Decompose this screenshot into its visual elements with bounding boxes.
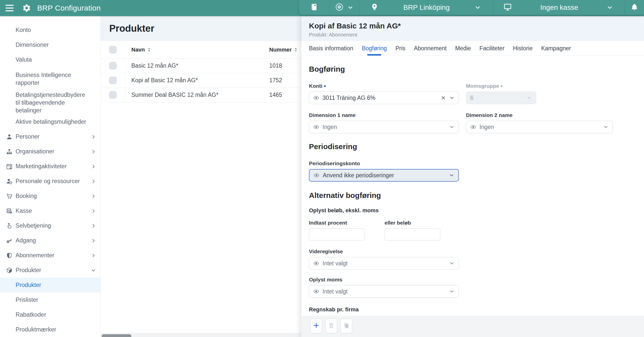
- facility-selector[interactable]: BRP Linköping: [359, 0, 493, 15]
- tab-pris[interactable]: Pris: [395, 41, 405, 56]
- plus-icon: [313, 322, 320, 330]
- field-label-videregivelse: Videregivelse: [309, 248, 459, 255]
- sidebar-item-valuta[interactable]: Valuta: [0, 52, 100, 67]
- dimension-1-select[interactable]: Ingen: [309, 121, 459, 133]
- menu-icon[interactable]: [6, 3, 15, 13]
- sidebar-item-personale-og-ressourcer[interactable]: Personale og ressourcer: [0, 174, 100, 189]
- sidebar-item-dimensioner[interactable]: Dimensioner: [0, 37, 100, 52]
- sidebar-item-organisationer[interactable]: Organisationer: [0, 144, 100, 159]
- sidebar-subitem-produkter[interactable]: Produkter: [0, 278, 100, 292]
- delete-button[interactable]: [326, 319, 337, 333]
- row-checkbox[interactable]: [109, 91, 117, 99]
- eye-icon: [313, 260, 319, 266]
- chevron-down-icon: [449, 289, 455, 294]
- topbar-left: BRP Configuration: [0, 0, 101, 16]
- drawer-subtitle: Produkt: Abonnement: [309, 32, 636, 38]
- chevron-right-icon: [91, 208, 96, 214]
- copy-icon-button[interactable]: [341, 319, 352, 333]
- field-label-eller-belob: eller beløb: [385, 220, 440, 226]
- touch-icon: [6, 223, 16, 229]
- section-heading-alternativ-bogforing: Alternativ bogføring: [309, 191, 636, 200]
- subsection-regnskab-pr-firma: Regnskab pr. firma: [309, 306, 636, 313]
- drawer-body: Bogføring Konti• 3011 Träning AG 6% Moms…: [301, 56, 644, 313]
- bell-icon: [631, 3, 638, 12]
- chevron-down-icon: [449, 261, 455, 266]
- cube-icon: [6, 267, 16, 274]
- sidebar-item-betalingstjenesteudbydere[interactable]: Betalingstjenesteudbydere til tilbageven…: [0, 91, 100, 114]
- konti-select[interactable]: 3011 Träning AG 6%: [309, 92, 459, 104]
- sidebar-item-produkter-parent[interactable]: Produkter: [0, 263, 100, 278]
- videregivelse-select[interactable]: Intet valgt: [309, 257, 459, 270]
- sort-icon[interactable]: [294, 47, 297, 52]
- tab-abonnement[interactable]: Abonnement: [414, 41, 447, 56]
- eye-icon: [313, 95, 319, 101]
- column-header-navn[interactable]: Navn: [131, 47, 145, 53]
- sidebar-item-personer[interactable]: Personer: [0, 129, 100, 144]
- eller-belob-input[interactable]: [385, 228, 440, 240]
- sort-icon[interactable]: [147, 47, 151, 52]
- periodiseringskonto-value: Anvend ikke periodiseringer: [323, 172, 446, 179]
- page-header: Produkter: [101, 16, 301, 41]
- dimension-2-select[interactable]: Ingen: [466, 121, 613, 133]
- journal-icon: [310, 3, 318, 12]
- sidebar-item-konto[interactable]: Konto: [0, 23, 100, 37]
- videregivelse-value: Intet valgt: [323, 260, 446, 267]
- chevron-down-icon: [449, 173, 454, 178]
- chevron-down-icon: [91, 268, 96, 273]
- sidebar-item-abonnementer[interactable]: Abonnementer: [0, 248, 100, 263]
- select-all-checkbox[interactable]: [109, 46, 117, 53]
- calendar-person-icon: [6, 163, 16, 170]
- register-label: Ingen kasse: [512, 4, 607, 12]
- topbar: BRP Configuration BRP Linköping: [0, 0, 644, 16]
- row-checkbox[interactable]: [109, 62, 117, 69]
- scrollbar-thumb[interactable]: [102, 334, 131, 337]
- tab-historie[interactable]: Historie: [513, 41, 533, 56]
- register-selector[interactable]: Ingen kasse: [493, 0, 625, 15]
- product-list-panel: Produkter Navn Nummer Basic 12 mån AG* 1…: [101, 16, 301, 337]
- table-header-row: Navn Nummer: [101, 41, 301, 59]
- sidebar-item-kasse[interactable]: Kasse: [0, 203, 100, 218]
- sidebar-item-marketingaktiviteter[interactable]: Marketingaktiviteter: [0, 159, 100, 174]
- theme-settings-button[interactable]: [329, 0, 359, 15]
- facility-label: BRP Linköping: [379, 4, 474, 12]
- row-checkbox[interactable]: [109, 77, 117, 84]
- trash-icon: [328, 322, 335, 330]
- tab-kampagner[interactable]: Kampagner: [541, 41, 571, 56]
- coins-icon: [6, 208, 16, 214]
- sidebar-item-selvbetjening[interactable]: Selvbetjening: [0, 218, 100, 233]
- product-number: 1465: [269, 92, 282, 98]
- sidebar-item-bi-rapporter[interactable]: Business Intelligence rapporter: [0, 67, 100, 91]
- sidebar-subitem-produktmaerker[interactable]: Produktmærker: [0, 322, 100, 337]
- add-button[interactable]: [310, 319, 322, 333]
- dimension-1-value: Ingen: [323, 124, 446, 131]
- table-row[interactable]: Basic 12 mån AG* 1018: [101, 59, 301, 73]
- sidebar-item-aktive-betalingsmuligheder[interactable]: Aktive betalingsmuligheder: [0, 114, 100, 129]
- indtast-procent-input[interactable]: [309, 228, 365, 240]
- periodiseringskonto-select[interactable]: Anvend ikke periodiseringer: [309, 169, 459, 182]
- notifications-button[interactable]: [625, 0, 644, 15]
- tab-basis-information[interactable]: Basis information: [309, 41, 353, 56]
- field-dimension-2: Dimension 2 name Ingen: [466, 112, 613, 133]
- field-momsgruppe: Momsgruppe• 6: [466, 83, 536, 104]
- table-row[interactable]: Kopi af Basic 12 mån AG* 1752: [101, 73, 301, 88]
- oplyst-moms-select[interactable]: Intet valgt: [309, 285, 459, 298]
- sidebar-subitem-rabatkoder[interactable]: Rabatkoder: [0, 307, 100, 322]
- horizontal-scrollbar[interactable]: [101, 333, 301, 337]
- tab-bogforing[interactable]: Bogføring: [362, 41, 387, 56]
- eye-icon: [313, 288, 319, 294]
- journal-button[interactable]: [299, 0, 329, 15]
- product-number: 1018: [269, 62, 282, 69]
- sidebar-item-booking[interactable]: Booking: [0, 189, 100, 203]
- product-detail-drawer: Kopi af Basic 12 mån AG* Produkt: Abonne…: [301, 16, 644, 337]
- tab-faciliteter[interactable]: Faciliteter: [479, 41, 505, 56]
- product-name: Basic 12 mån AG*: [131, 62, 178, 69]
- chevron-right-icon: [91, 134, 96, 139]
- column-header-nummer[interactable]: Nummer: [269, 47, 292, 53]
- sidebar-subitem-prislister[interactable]: Prislister: [0, 292, 100, 307]
- cart-icon: [6, 193, 16, 199]
- sidebar-item-adgang[interactable]: Adgang: [0, 233, 100, 248]
- field-dimension-1: Dimension 1 name Ingen: [309, 112, 459, 133]
- tab-medie[interactable]: Medie: [455, 41, 471, 56]
- clear-icon[interactable]: [441, 95, 446, 100]
- table-row[interactable]: Summer Deal BASIC 12 mån AG* 1465: [101, 88, 301, 102]
